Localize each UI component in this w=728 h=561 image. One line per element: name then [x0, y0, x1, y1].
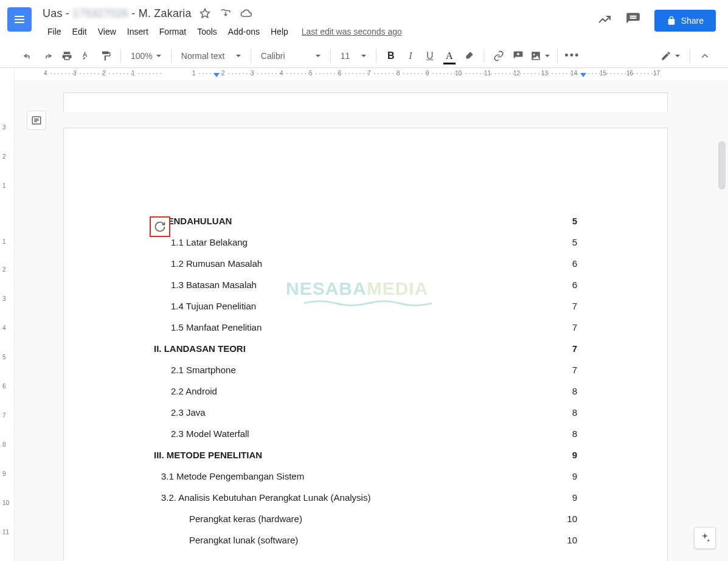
collapse-toolbar-button[interactable] [696, 47, 713, 64]
toc-row[interactable]: 1.4 Tujuan Penelitian7 [154, 300, 577, 312]
undo-button[interactable] [19, 47, 36, 64]
ruler-v-tick: 4 [2, 325, 6, 331]
style-select[interactable]: Normal text [178, 49, 244, 63]
toc-row[interactable]: 1.5 Manfaat Penelitian7 [154, 321, 577, 334]
explore-button[interactable] [694, 527, 716, 549]
more-button[interactable]: ••• [564, 47, 581, 64]
toc-row[interactable]: 1.3 Batasan Masalah6 [154, 278, 577, 291]
toc-page: 5 [572, 236, 577, 249]
editor-area: 3211234567891011 43211234567891011121314… [0, 68, 728, 561]
separator [251, 49, 251, 63]
menu-insert[interactable]: Insert [122, 24, 153, 39]
toc-page: 9 [572, 491, 577, 504]
move-icon[interactable] [218, 6, 233, 21]
ruler-h-tick: 4 [280, 70, 283, 77]
cloud-icon[interactable] [239, 6, 254, 21]
underline-button[interactable]: U [421, 47, 439, 64]
menu-edit[interactable]: Edit [68, 24, 92, 39]
toc-row[interactable]: 2.3 Java8 [154, 406, 577, 419]
redo-button[interactable] [39, 47, 56, 64]
toc-row[interactable]: 3.2. Analisis Kebutuhan Perangkat Lunak … [154, 491, 577, 504]
menu-view[interactable]: View [93, 24, 121, 39]
horizontal-ruler[interactable]: 43211234567891011121314151617 [15, 68, 728, 80]
menu-help[interactable]: Help [266, 24, 293, 39]
toc-label: 1.3 Batasan Masalah [171, 278, 257, 291]
toc-page: 8 [572, 427, 577, 440]
insert-link-button[interactable] [490, 47, 507, 64]
menu-format[interactable]: Format [154, 24, 191, 39]
ruler-v-tick: 1 [2, 238, 6, 245]
document-page[interactable]: I. PENDAHULUAN51.1 Latar Belakang51.2 Ru… [63, 128, 668, 561]
toc-label: 1.2 Rumusan Masalah [171, 257, 262, 270]
docs-logo[interactable] [7, 7, 32, 32]
italic-button[interactable]: I [402, 47, 419, 64]
activity-icon[interactable] [597, 12, 612, 29]
vertical-scrollbar[interactable] [718, 141, 726, 190]
toc-page: 5 [572, 215, 577, 227]
comments-icon[interactable] [625, 12, 641, 30]
fontsize-value: 11 [341, 51, 350, 61]
ruler-v-tick: 6 [2, 383, 6, 390]
toc-page: 9 [572, 470, 577, 483]
document-page-prev[interactable] [63, 92, 668, 112]
toc-row[interactable]: 1.1 Latar Belakang5 [154, 236, 577, 249]
zoom-select[interactable]: 100% [127, 49, 165, 63]
bold-button[interactable]: B [383, 47, 400, 64]
toc-label: 2.3 Java [171, 406, 206, 419]
fontsize-select[interactable]: 11 [337, 49, 370, 63]
toc-label: Perangkat keras (hardware) [189, 512, 302, 525]
toc-row[interactable]: III. METODE PENELITIAN9 [154, 449, 577, 461]
ruler-h-tick: 1 [192, 70, 196, 77]
title-prefix: Uas - [43, 7, 69, 19]
title-row: Uas - 175327026 - M. Zakaria [43, 5, 597, 22]
toc-label: 1.4 Tujuan Penelitian [171, 300, 256, 312]
font-value: Calibri [261, 51, 285, 61]
toc-row[interactable]: 2.1 Smartphone7 [154, 363, 577, 376]
toc-row[interactable]: 2.2 Android8 [154, 385, 577, 398]
toc-label: II. LANDASAN TEORI [154, 342, 246, 355]
doc-title[interactable]: Uas - 175327026 - M. Zakaria [43, 7, 192, 20]
share-button[interactable]: Share [654, 10, 716, 32]
spellcheck-button[interactable] [78, 47, 95, 64]
toc-label: Perangkat lunak (software) [189, 534, 298, 546]
vertical-ruler[interactable]: 3211234567891011 [0, 68, 15, 561]
print-button[interactable] [58, 47, 75, 64]
last-edit-link[interactable]: Last edit was seconds ago [302, 27, 402, 36]
toc-row[interactable]: Perangkat keras (hardware)10 [154, 512, 577, 525]
ruler-h-tick: 6 [338, 70, 342, 77]
separator [557, 49, 558, 63]
toc-row[interactable]: Perangkat lunak (software)10 [154, 534, 577, 546]
toc-row[interactable]: 2.3 Model Waterfall8 [154, 427, 577, 440]
toc-row[interactable]: II. LANDASAN TEORI7 [154, 342, 577, 355]
text-color-button[interactable]: A [441, 47, 458, 64]
ruler-h-tick: 2 [221, 70, 225, 77]
highlight-button[interactable] [460, 47, 477, 64]
paint-format-button[interactable] [97, 47, 114, 64]
refresh-icon [154, 221, 166, 233]
ruler-h-tick: 3 [251, 70, 254, 77]
font-select[interactable]: Calibri [257, 49, 324, 63]
toc-refresh-button[interactable] [150, 216, 170, 237]
ruler-v-tick: 9 [2, 470, 6, 477]
toc-row[interactable]: 3.1 Metode Pengembangan Sistem9 [154, 470, 577, 483]
ruler-v-tick: 8 [2, 441, 6, 448]
image-icon [530, 50, 541, 61]
menu-file[interactable]: File [43, 24, 66, 39]
menu-add-ons[interactable]: Add-ons [223, 24, 265, 39]
toc-row[interactable]: 1.2 Rumusan Masalah6 [154, 257, 577, 270]
editing-mode-button[interactable] [657, 48, 684, 64]
toc-row[interactable]: I. PENDAHULUAN5 [154, 215, 577, 227]
toc-page: 10 [567, 534, 577, 546]
toc-page: 9 [572, 449, 577, 461]
toc-label: 2.1 Smartphone [171, 363, 236, 376]
insert-comment-button[interactable] [510, 47, 527, 64]
share-label: Share [681, 16, 704, 26]
insert-image-button[interactable] [529, 49, 551, 63]
ruler-v-tick: 3 [2, 295, 6, 302]
ruler-h-tick: 2 [102, 70, 106, 77]
outline-toggle-button[interactable] [27, 111, 46, 130]
menu-tools[interactable]: Tools [192, 24, 222, 39]
ruler-h-tick: 13 [541, 70, 548, 77]
star-icon[interactable] [198, 6, 212, 21]
ruler-v-tick: 11 [2, 529, 9, 535]
